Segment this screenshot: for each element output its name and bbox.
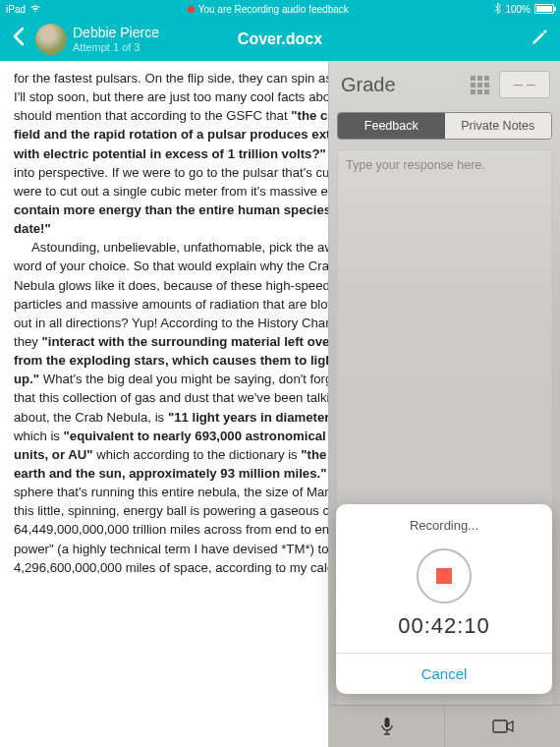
doc-text: Astounding, unbelievable, unfathomable, … xyxy=(14,240,355,349)
rubric-grid-icon[interactable] xyxy=(471,76,489,94)
wifi-icon xyxy=(29,4,41,15)
tab-private-notes[interactable]: Private Notes xyxy=(445,113,552,139)
tab-feedback[interactable]: Feedback xyxy=(338,113,445,139)
doc-text: which is xyxy=(14,429,64,443)
doc-bold: "11 light years in diameter" xyxy=(168,410,336,425)
media-buttons xyxy=(329,705,560,747)
attempt-label: Attempt 1 of 3 xyxy=(73,41,159,53)
battery-pct: 100% xyxy=(505,4,531,15)
video-button[interactable] xyxy=(444,706,560,747)
recording-time: 00:42:10 xyxy=(336,613,552,639)
bluetooth-icon xyxy=(494,3,501,16)
response-placeholder: Type your response here. xyxy=(346,158,485,172)
svg-rect-1 xyxy=(493,720,507,732)
nav-bar: Debbie Pierce Attempt 1 of 3 Cover.docx xyxy=(0,18,560,61)
avatar[interactable] xyxy=(35,24,67,55)
microphone-button[interactable] xyxy=(329,706,444,747)
svg-rect-0 xyxy=(384,718,389,727)
status-bar: iPad You are Recording audio feedback 10… xyxy=(0,0,560,18)
recording-popover: Recording... 00:42:10 Cancel xyxy=(336,504,552,694)
user-block[interactable]: Debbie Pierce Attempt 1 of 3 xyxy=(73,26,159,52)
doc-title: Cover.docx xyxy=(238,30,322,48)
edit-button[interactable] xyxy=(531,29,548,51)
grade-score-box[interactable]: – – xyxy=(499,71,550,98)
grade-title: Grade xyxy=(341,74,396,96)
recording-dot-icon xyxy=(188,6,195,13)
microphone-icon xyxy=(379,717,395,736)
cancel-recording-button[interactable]: Cancel xyxy=(336,654,552,694)
back-button[interactable] xyxy=(8,27,29,52)
feedback-tabs: Feedback Private Notes xyxy=(337,112,552,140)
doc-text: which according to the dictionary is xyxy=(93,447,302,462)
stop-recording-button[interactable] xyxy=(417,548,472,603)
recording-banner: You are Recording audio feedback xyxy=(198,4,349,15)
user-name: Debbie Pierce xyxy=(73,26,159,40)
device-label: iPad xyxy=(6,4,26,15)
battery-icon xyxy=(534,4,554,14)
video-icon xyxy=(492,719,514,733)
stop-icon xyxy=(436,568,452,584)
grade-panel: Grade – – Feedback Private Notes Type yo… xyxy=(328,61,560,747)
recording-label: Recording... xyxy=(336,518,552,533)
